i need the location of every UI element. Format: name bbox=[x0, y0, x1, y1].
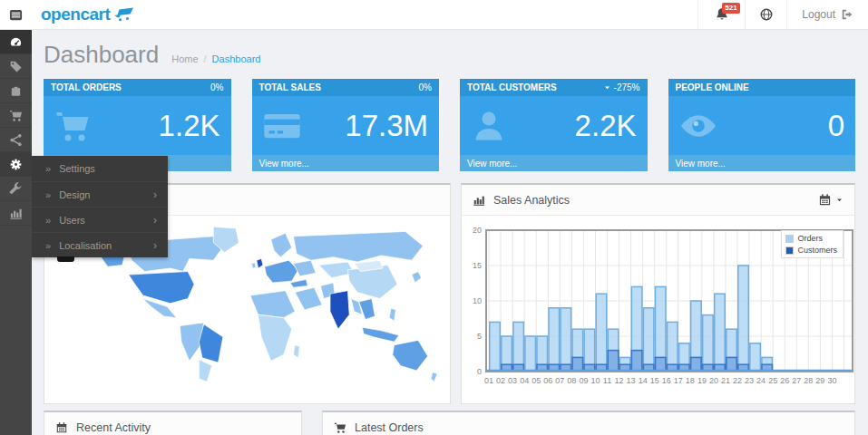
svg-text:25: 25 bbox=[768, 376, 777, 385]
svg-text:18: 18 bbox=[686, 376, 695, 385]
view-more-link[interactable]: View more... bbox=[668, 155, 856, 171]
flyout-item-settings[interactable]: » Settings bbox=[32, 156, 168, 181]
globe-icon bbox=[759, 7, 774, 22]
speedometer-icon bbox=[9, 35, 23, 49]
svg-text:14: 14 bbox=[639, 376, 648, 385]
svg-text:15: 15 bbox=[650, 376, 659, 385]
breadcrumb-current[interactable]: Dashboard bbox=[212, 53, 261, 64]
flyout-item-localisation[interactable]: » Localisation › bbox=[32, 232, 168, 257]
logout-label: Logout bbox=[802, 8, 835, 21]
caret-down-icon bbox=[835, 196, 844, 204]
shopping-cart-icon bbox=[9, 109, 23, 122]
share-icon bbox=[9, 133, 23, 147]
tile-total-sales: TOTAL SALES 0% 17.3M View more... bbox=[252, 79, 440, 171]
view-more-link[interactable]: View more... bbox=[460, 155, 648, 171]
sidebar-item-extensions[interactable] bbox=[0, 79, 32, 103]
svg-text:02: 02 bbox=[496, 376, 505, 385]
bottom-row: Recent Activity Latest Orders bbox=[44, 411, 855, 435]
svg-text:17: 17 bbox=[674, 376, 683, 385]
sidebar-item-marketing[interactable] bbox=[0, 128, 32, 152]
calendar-icon bbox=[55, 421, 68, 434]
tile-label: TOTAL ORDERS bbox=[51, 82, 122, 92]
tile-label: PEOPLE ONLINE bbox=[676, 82, 749, 92]
double-angle-icon: » bbox=[45, 215, 51, 226]
sidebar-item-tools[interactable] bbox=[0, 177, 32, 201]
tile-percent: 0% bbox=[419, 82, 432, 92]
svg-text:12: 12 bbox=[615, 376, 624, 385]
tag-icon bbox=[9, 60, 23, 73]
bar-chart-icon bbox=[9, 207, 23, 220]
svg-text:10: 10 bbox=[590, 376, 600, 385]
svg-text:07: 07 bbox=[555, 376, 564, 385]
svg-text:5: 5 bbox=[477, 332, 482, 341]
menu-toggle-button[interactable] bbox=[0, 0, 32, 29]
tile-value: 0 bbox=[828, 109, 844, 143]
system-flyout-menu: » Settings » Design › » Users › » Locali… bbox=[32, 156, 168, 257]
chevron-right-icon: › bbox=[153, 214, 157, 227]
svg-text:01: 01 bbox=[484, 376, 493, 385]
date-range-button[interactable] bbox=[818, 193, 844, 207]
sidebar bbox=[0, 30, 32, 435]
sidebar-item-reports[interactable] bbox=[0, 201, 32, 226]
sidebar-item-catalog[interactable] bbox=[0, 54, 32, 79]
svg-text:15: 15 bbox=[473, 261, 482, 270]
legend-swatch-orders bbox=[785, 235, 794, 243]
tile-value: 17.3M bbox=[345, 109, 428, 143]
svg-text:20: 20 bbox=[473, 226, 482, 235]
sidebar-item-sales[interactable] bbox=[0, 103, 32, 128]
shopping-cart-icon bbox=[54, 108, 91, 144]
svg-text:26: 26 bbox=[780, 376, 789, 385]
flyout-item-label: Users bbox=[59, 215, 85, 226]
tile-label: TOTAL CUSTOMERS bbox=[467, 82, 557, 92]
sign-out-icon bbox=[841, 8, 853, 21]
page-header: Dashboard Home / Dashboard bbox=[44, 35, 855, 79]
breadcrumb-home[interactable]: Home bbox=[171, 53, 198, 64]
svg-text:24: 24 bbox=[756, 376, 766, 385]
flyout-item-users[interactable]: » Users › bbox=[32, 207, 168, 232]
flyout-item-design[interactable]: » Design › bbox=[32, 181, 168, 207]
view-more-link[interactable]: View more... bbox=[252, 155, 440, 171]
svg-text:20: 20 bbox=[709, 376, 718, 385]
tile-label: TOTAL SALES bbox=[259, 82, 321, 92]
recent-activity-panel: Recent Activity bbox=[44, 411, 302, 435]
svg-text:09: 09 bbox=[579, 376, 588, 385]
latest-orders-title: Latest Orders bbox=[355, 421, 424, 434]
language-button[interactable] bbox=[745, 0, 786, 29]
menu-icon bbox=[8, 8, 24, 22]
svg-text:28: 28 bbox=[804, 376, 813, 385]
svg-text:04: 04 bbox=[520, 376, 529, 385]
flyout-item-label: Design bbox=[59, 189, 90, 200]
flyout-item-label: Settings bbox=[59, 163, 95, 174]
svg-text:13: 13 bbox=[627, 376, 636, 385]
logo-text: opencart bbox=[41, 5, 110, 24]
svg-text:0: 0 bbox=[477, 367, 482, 376]
tile-value: 2.2K bbox=[575, 109, 637, 143]
svg-text:30: 30 bbox=[827, 376, 836, 385]
tile-percent: 0% bbox=[210, 82, 223, 92]
tile-total-customers: TOTAL CUSTOMERS -275% 2.2K View more... bbox=[460, 79, 648, 171]
double-angle-icon: » bbox=[45, 240, 51, 251]
svg-text:11: 11 bbox=[603, 376, 611, 385]
map-tooltip bbox=[57, 256, 74, 262]
breadcrumb-separator: / bbox=[204, 53, 207, 64]
legend-swatch-customers bbox=[785, 246, 794, 255]
chart-panel-title: Sales Analytics bbox=[493, 194, 570, 207]
opencart-logo[interactable]: opencart bbox=[32, 0, 144, 29]
puzzle-icon bbox=[9, 84, 23, 98]
calendar-icon bbox=[818, 193, 832, 207]
svg-text:06: 06 bbox=[543, 376, 552, 385]
topbar-right: 521 Logout bbox=[697, 0, 868, 29]
shopping-cart-icon bbox=[334, 421, 346, 434]
sidebar-item-system[interactable] bbox=[0, 152, 32, 177]
svg-text:05: 05 bbox=[532, 376, 541, 385]
sales-analytics-panel: Sales Analytics 051015200102030405060708… bbox=[461, 183, 855, 404]
sidebar-item-dashboard[interactable] bbox=[0, 30, 32, 54]
tile-percent: -275% bbox=[614, 82, 640, 92]
top-bar: opencart 521 Logout bbox=[0, 0, 868, 30]
bar-chart-icon bbox=[473, 194, 485, 207]
notifications-button[interactable]: 521 bbox=[697, 0, 745, 29]
double-angle-icon: » bbox=[45, 189, 51, 200]
breadcrumb: Home / Dashboard bbox=[171, 53, 260, 64]
logout-button[interactable]: Logout bbox=[786, 0, 868, 29]
legend-label-orders: Orders bbox=[797, 234, 823, 243]
